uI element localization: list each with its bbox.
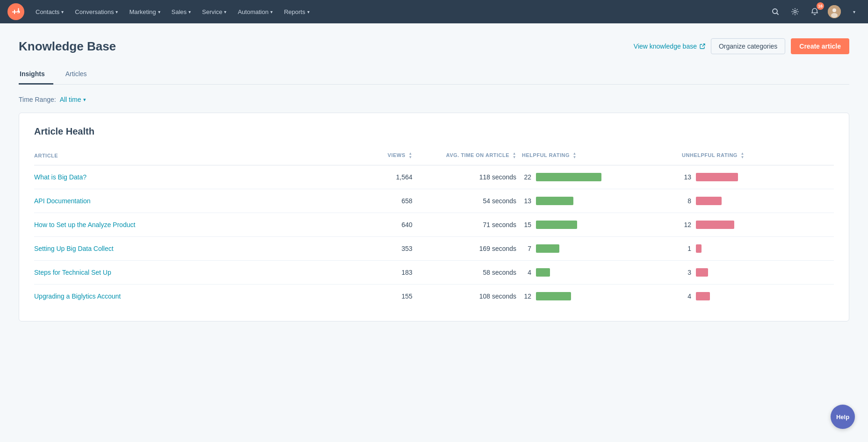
helpful-count: 22 — [522, 173, 531, 181]
helpful-rating-cell: 22 — [522, 165, 682, 189]
unhelpful-rating-cell: 4 — [682, 285, 834, 308]
time-range-bar: Time Range: All time ▾ — [19, 96, 849, 103]
article-health-card: Article Health Article Views ▲▼ Avg. Tim… — [19, 113, 849, 321]
unhelpful-bar — [696, 197, 722, 205]
notifications-button[interactable]: 16 — [808, 5, 821, 18]
helpful-count: 13 — [522, 197, 531, 205]
chevron-down-icon: ▾ — [61, 9, 64, 14]
user-menu-chevron[interactable]: ▾ — [847, 5, 861, 18]
unhelpful-count: 3 — [682, 269, 691, 276]
col-header-helpful[interactable]: Helpful Rating ▲▼ — [522, 148, 682, 165]
view-knowledge-base-link[interactable]: View knowledge base — [634, 43, 705, 50]
nav-item-automation[interactable]: Automation ▾ — [232, 0, 278, 23]
unhelpful-bar — [696, 268, 708, 277]
views-cell: 353 — [338, 237, 418, 261]
unhelpful-bar — [696, 244, 702, 253]
views-cell: 183 — [338, 261, 418, 285]
helpful-bar — [536, 197, 573, 205]
unhelpful-bar — [696, 173, 738, 181]
unhelpful-count: 13 — [682, 173, 691, 181]
time-range-label: Time Range: — [19, 96, 56, 103]
article-health-table: Article Views ▲▼ Avg. Time on Article ▲▼… — [34, 148, 834, 308]
table-row: How to Set up the Analyze Product 640 71… — [34, 213, 834, 237]
chevron-down-icon: ▾ — [116, 9, 118, 14]
tab-articles[interactable]: Articles — [65, 65, 95, 85]
user-avatar[interactable] — [828, 5, 841, 18]
time-range-select[interactable]: All time ▾ — [60, 96, 86, 103]
helpful-count: 4 — [522, 269, 531, 276]
article-link[interactable]: Upgrading a Biglytics Account — [34, 292, 121, 300]
nav-items: Contacts ▾ Conversations ▾ Marketing ▾ S… — [30, 0, 769, 23]
table-row: Setting Up Big Data Collect 353 169 seco… — [34, 237, 834, 261]
nav-item-conversations[interactable]: Conversations ▾ — [69, 0, 123, 23]
nav-item-reports[interactable]: Reports ▾ — [278, 0, 315, 23]
sort-icon: ▲▼ — [740, 152, 744, 159]
table-row: What is Big Data? 1,564 118 seconds 22 1… — [34, 165, 834, 189]
chevron-down-icon: ▾ — [158, 9, 160, 14]
notification-count: 16 — [817, 2, 824, 10]
avgtime-cell: 169 seconds — [418, 237, 522, 261]
col-header-views[interactable]: Views ▲▼ — [338, 148, 418, 165]
article-link[interactable]: Steps for Technical Set Up — [34, 269, 111, 276]
views-cell: 1,564 — [338, 165, 418, 189]
views-cell: 155 — [338, 285, 418, 308]
helpful-count: 7 — [522, 245, 531, 252]
col-header-unhelpful[interactable]: Unhelpful Rating ▲▼ — [682, 148, 834, 165]
chevron-down-icon: ▾ — [224, 9, 226, 14]
tab-insights[interactable]: Insights — [19, 65, 53, 85]
nav-right-actions: 16 ▾ — [769, 5, 861, 18]
helpful-rating-cell: 4 — [522, 261, 682, 285]
helpful-bar — [536, 221, 577, 229]
unhelpful-bar — [696, 221, 734, 229]
content-area: Time Range: All time ▾ Article Health Ar… — [19, 85, 849, 321]
col-header-avgtime[interactable]: Avg. Time on Article ▲▼ — [418, 148, 522, 165]
chevron-down-icon: ▾ — [83, 97, 86, 103]
col-header-article: Article — [34, 148, 338, 165]
sort-icon: ▲▼ — [513, 152, 516, 159]
settings-button[interactable] — [788, 5, 802, 18]
sort-icon: ▲▼ — [573, 152, 577, 159]
nav-item-contacts[interactable]: Contacts ▾ — [30, 0, 69, 23]
views-cell: 640 — [338, 213, 418, 237]
helpful-bar — [536, 173, 601, 181]
helpful-count: 15 — [522, 221, 531, 228]
hubspot-logo[interactable] — [7, 3, 24, 20]
table-row: Steps for Technical Set Up 183 58 second… — [34, 261, 834, 285]
nav-item-sales[interactable]: Sales ▾ — [166, 0, 197, 23]
avgtime-cell: 118 seconds — [418, 165, 522, 189]
article-link[interactable]: What is Big Data? — [34, 173, 87, 181]
unhelpful-bar — [696, 292, 710, 300]
tabs-bar: Insights Articles — [19, 65, 849, 85]
article-link[interactable]: How to Set up the Analyze Product — [34, 221, 135, 228]
helpful-bar — [536, 292, 571, 300]
top-navigation: Contacts ▾ Conversations ▾ Marketing ▾ S… — [0, 0, 868, 23]
header-actions: View knowledge base Organize categories … — [634, 38, 849, 54]
table-row: Upgrading a Biglytics Account 155 108 se… — [34, 285, 834, 308]
chevron-down-icon: ▾ — [188, 9, 191, 14]
helpful-bar — [536, 268, 550, 277]
chevron-down-icon: ▾ — [270, 9, 273, 14]
svg-point-2 — [794, 11, 796, 13]
unhelpful-rating-cell: 8 — [682, 189, 834, 213]
article-link[interactable]: Setting Up Big Data Collect — [34, 245, 114, 252]
helpful-rating-cell: 15 — [522, 213, 682, 237]
unhelpful-rating-cell: 13 — [682, 165, 834, 189]
unhelpful-count: 8 — [682, 197, 691, 205]
unhelpful-rating-cell: 12 — [682, 213, 834, 237]
sort-icon: ▲▼ — [408, 152, 412, 159]
page-header: Knowledge Base View knowledge base Organ… — [19, 38, 849, 54]
nav-item-marketing[interactable]: Marketing ▾ — [123, 0, 166, 23]
create-article-button[interactable]: Create article — [791, 38, 849, 54]
chevron-down-icon: ▾ — [307, 9, 310, 14]
helpful-rating-cell: 12 — [522, 285, 682, 308]
article-link[interactable]: API Documentation — [34, 197, 91, 205]
page-wrapper: Knowledge Base View knowledge base Organ… — [0, 23, 868, 321]
organize-categories-button[interactable]: Organize categories — [711, 38, 785, 54]
nav-item-service[interactable]: Service ▾ — [196, 0, 232, 23]
unhelpful-rating-cell: 3 — [682, 261, 834, 285]
helpful-count: 12 — [522, 292, 531, 300]
table-row: API Documentation 658 54 seconds 13 8 — [34, 189, 834, 213]
unhelpful-count: 12 — [682, 221, 691, 228]
search-button[interactable] — [769, 5, 782, 18]
helpful-rating-cell: 13 — [522, 189, 682, 213]
